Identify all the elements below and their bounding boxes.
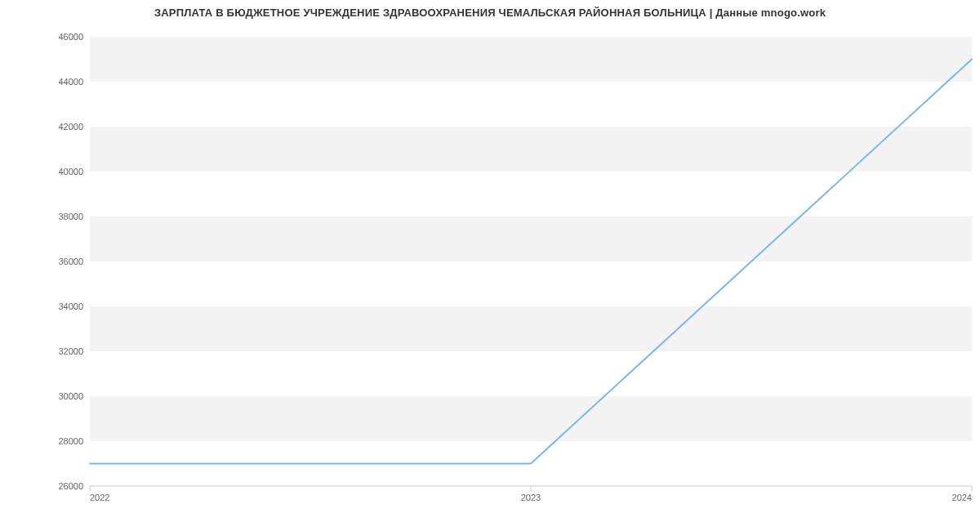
svg-rect-4: [90, 172, 972, 216]
chart-container: ЗАРПЛАТА В БЮДЖЕТНОЕ УЧРЕЖДЕНИЕ ЗДРАВООХ…: [0, 0, 980, 531]
x-tick-label: 2022: [90, 493, 109, 502]
y-tick-label: 30000: [58, 391, 83, 401]
y-tick-label: 32000: [58, 346, 83, 356]
y-tick-label: 42000: [58, 122, 83, 132]
y-tick-label: 46000: [58, 32, 83, 42]
x-tick-label: 2024: [952, 493, 972, 502]
svg-rect-5: [90, 82, 972, 127]
y-tick-label: 26000: [58, 481, 83, 491]
y-tick-label: 36000: [58, 257, 83, 266]
chart-title: ЗАРПЛАТА В БЮДЖЕТНОЕ УЧРЕЖДЕНИЕ ЗДРАВООХ…: [0, 7, 980, 19]
y-tick-label: 38000: [58, 212, 83, 221]
y-tick-label: 44000: [58, 77, 83, 87]
chart-svg: 2600028000300003200034000360003800040000…: [90, 37, 972, 502]
x-tick-label: 2023: [521, 493, 541, 502]
svg-rect-2: [90, 351, 972, 396]
y-tick-label: 28000: [58, 436, 83, 446]
y-tick-label: 34000: [58, 301, 83, 311]
y-tick-label: 40000: [58, 167, 83, 176]
plot-area: 2600028000300003200034000360003800040000…: [90, 37, 972, 502]
svg-rect-3: [90, 261, 972, 306]
